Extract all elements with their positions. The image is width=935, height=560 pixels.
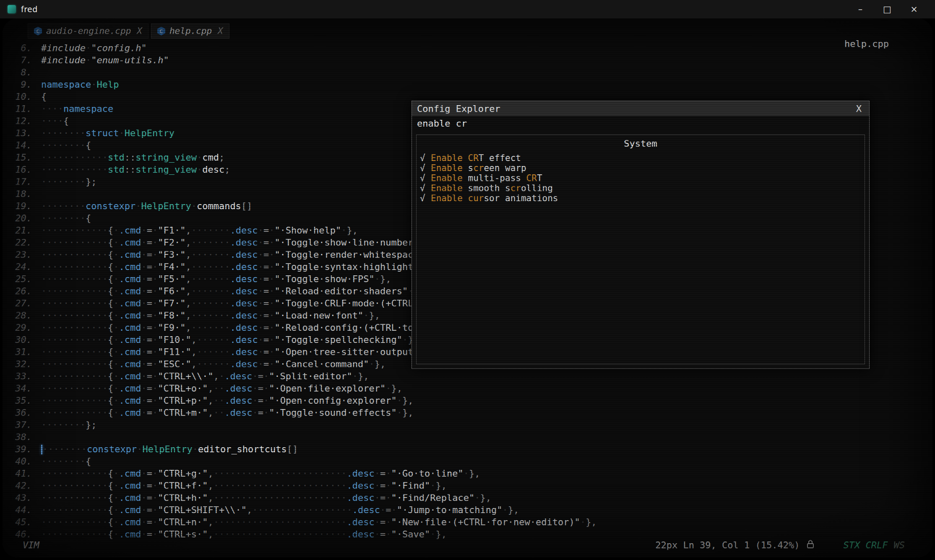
code-line[interactable]: 40.········{ [3,455,932,467]
code-line-text: ············std::string_view·cmd; [41,151,224,163]
code-line-text: ············{·.cmd·=·"F6·",·······.desc·… [41,285,425,297]
code-line-text: namespace·Help [41,78,119,91]
code-line[interactable]: 34.············{·.cmd·=·"CTRL+o·",··.des… [3,382,932,394]
code-line[interactable]: 43.············{·.cmd·=·"CTRL+h·",······… [3,492,932,504]
tab-label: audio-engine.cpp [46,26,131,36]
line-number: 20. [3,212,41,224]
code-line[interactable]: 8. [3,66,932,78]
code-line-text: ········{ [41,212,91,224]
code-line-text: ········}; [41,419,96,431]
config-option[interactable]: √Enable CRT effect [417,153,865,163]
code-line-text: ········constexpr·HelpEntry·editor_short… [41,443,298,455]
code-line-text: ············{·.cmd·=·"CTRL+p·",··.desc·=… [41,394,414,407]
code-line-text: #include·"enum-utils.h" [41,54,169,66]
tab-close-button[interactable]: X [218,26,223,36]
config-option-label: Enable smooth scrolling [431,183,553,193]
line-number: 44. [3,504,41,516]
code-line[interactable]: 41.············{·.cmd·=·"CTRL+g·",······… [3,467,932,480]
code-line[interactable]: 42.············{·.cmd·=·"CTRL+f·",······… [3,480,932,492]
line-number: 14. [3,139,41,151]
line-number: 26. [3,285,41,297]
line-number: 9. [3,78,41,91]
code-line[interactable]: 45.············{·.cmd·=·"CTRL+n·",······… [3,516,932,528]
code-line[interactable]: 39.········constexpr·HelpEntry·editor_sh… [3,443,932,455]
line-number: 6. [3,42,41,54]
maximize-button[interactable]: □ [874,4,901,14]
code-line[interactable]: 33.············{·.cmd·=·"CTRL+\\·",·.des… [3,370,932,382]
line-number: 21. [3,224,41,236]
code-line-text: ············{·.cmd·=·"CTRL+h·",·········… [41,492,491,504]
vim-mode-indicator: VIM [23,540,39,550]
code-line[interactable]: 37.········}; [3,419,932,431]
config-explorer-titlebar: Config Explorer X [412,101,869,116]
code-line-text: ············{·.cmd·=·"CTRL+g·",·········… [41,467,480,480]
code-line[interactable]: 44.············{·.cmd·=·"CTRL+SHIFT+\\·"… [3,504,932,516]
code-line-text: ············{·.cmd·=·"CTRL+\\·",·.desc·=… [41,370,369,382]
line-number: 12. [3,115,41,127]
tab-help.cpp[interactable]: Chelp.cppX [151,23,229,39]
checkbox-checked-icon[interactable]: √ [420,173,431,183]
tab-audio-engine.cpp[interactable]: Caudio-engine.cppX [28,23,148,39]
line-ending-status: STX CRLF [844,540,888,550]
config-option[interactable]: √Enable cursor animations [417,193,865,203]
tab-close-button[interactable]: X [137,26,142,36]
code-line-text: ············{·.cmd·=·"CTRL+f·",·········… [41,480,447,492]
code-line[interactable]: 35.············{·.cmd·=·"CTRL+p·",··.des… [3,394,932,407]
code-line[interactable]: 38. [3,431,932,443]
code-line-text: ············{·.cmd·=·"F1·",·······.desc·… [41,224,358,236]
checkbox-checked-icon[interactable]: √ [420,153,431,163]
app-icon [8,5,16,13]
close-button[interactable]: × [901,4,927,14]
line-number: 41. [3,467,41,480]
minimize-button[interactable]: – [847,4,874,14]
line-number: 39. [3,443,41,455]
line-number: 27. [3,297,41,309]
code-line[interactable]: 36.············{·.cmd·=·"CTRL+m·",··.des… [3,407,932,419]
line-number: 35. [3,394,41,407]
whitespace-status: WS [894,540,905,550]
config-option[interactable]: √Enable screen warp [417,163,865,173]
line-number: 38. [3,431,41,443]
line-number: 34. [3,382,41,394]
line-number: 37. [3,419,41,431]
line-number: 8. [3,66,41,78]
line-number: 7. [3,54,41,66]
config-option[interactable]: √Enable smooth scrolling [417,183,865,193]
checkbox-checked-icon[interactable]: √ [420,193,431,203]
config-option-label: Enable cursor animations [431,193,558,203]
code-line-text: ············{·.cmd·=·"CTRL+m·",··.desc·=… [41,407,414,419]
config-explorer-close-button[interactable]: X [854,104,864,114]
config-search-input[interactable]: enable cr [412,116,869,131]
line-number: 15. [3,151,41,163]
line-number: 40. [3,455,41,467]
line-number: 42. [3,480,41,492]
code-line-text: ············{·.cmd·=·"F3·",·······.desc·… [41,249,441,261]
window-controls: – □ × [847,4,927,14]
tab-bar: Caudio-engine.cppXChelp.cppX [28,23,229,39]
checkbox-checked-icon[interactable]: √ [420,163,431,173]
code-line-text: ············{·.cmd·=·"CTRL+SHIFT+\\·",··… [41,504,519,516]
code-line-text: ········{ [41,455,91,467]
line-number: 10. [3,91,41,103]
window-title: fred [21,5,38,14]
line-number: 33. [3,370,41,382]
code-line[interactable]: 7.#include·"enum-utils.h" [3,54,932,66]
code-line-text: ····namespace [41,103,113,115]
code-line-text: ············{·.cmd·=·"F8·",·······.desc·… [41,309,380,321]
code-line-text: ········constexpr·HelpEntry·commands[] [41,200,252,212]
checkbox-checked-icon[interactable]: √ [420,183,431,193]
line-number: 28. [3,309,41,321]
line-number: 23. [3,249,41,261]
line-number: 25. [3,273,41,285]
crt-editor-screen: Caudio-engine.cppXChelp.cppX help.cpp 6.… [3,18,932,557]
code-line[interactable]: 6.#include·"config.h" [3,42,932,54]
code-line[interactable]: 9.namespace·Help [3,78,932,91]
line-number: 24. [3,261,41,273]
code-line-text: ····{ [41,115,69,127]
cpp-file-icon: C [157,27,165,36]
line-number: 22. [3,236,41,249]
config-section-header: System [417,138,865,149]
line-number: 29. [3,321,41,334]
config-option[interactable]: √Enable multi-pass CRT [417,173,865,183]
code-line-text: { [41,91,47,103]
